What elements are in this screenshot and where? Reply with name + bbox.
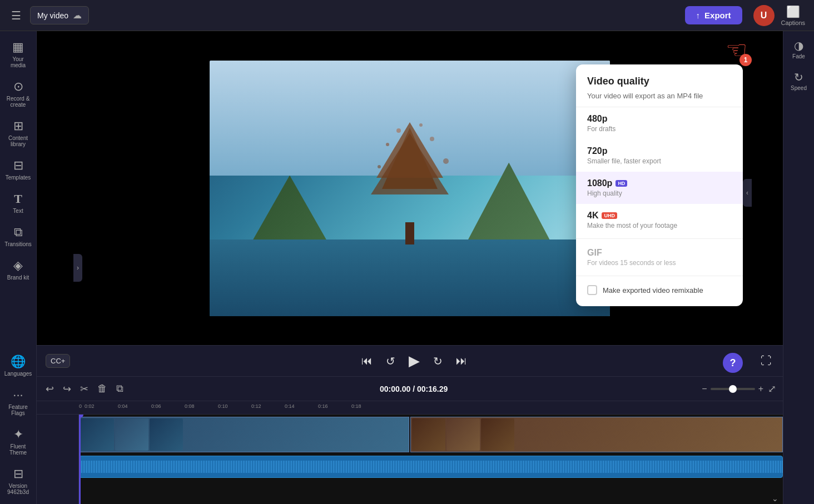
captions-label: Captions xyxy=(781,19,805,26)
zoom-out-button[interactable]: − xyxy=(702,384,707,394)
quality-popup-subtitle: Your video will export as an MP4 file xyxy=(576,92,743,107)
sidebar-label-feature-flags: Feature Flags xyxy=(4,404,32,416)
sidebar-item-brand-kit[interactable]: ◈ Brand kit xyxy=(2,254,34,285)
sidebar-item-version[interactable]: ⊟ Version 9462b3d xyxy=(2,462,34,500)
sidebar-label-text: Text xyxy=(13,208,23,214)
playback-left: CC+ xyxy=(46,354,70,368)
record-icon: ⊙ xyxy=(13,79,23,94)
right-panel-collapse-button[interactable]: ‹ xyxy=(743,179,752,207)
audio-clips xyxy=(79,456,783,478)
media-icon: ▦ xyxy=(12,40,24,54)
export-label: Export xyxy=(704,11,731,20)
redo-button[interactable]: ↪ xyxy=(61,381,73,397)
export-button[interactable]: ↑ Export xyxy=(685,6,742,24)
sidebar-item-feature-flags[interactable]: ··· Feature Flags xyxy=(2,383,34,421)
save-cloud-icon: ☁ xyxy=(73,10,82,21)
quality-option-480p[interactable]: 480p For drafts xyxy=(576,107,743,139)
timeline-bottom-chevron[interactable]: ⌄ xyxy=(772,494,778,503)
version-icon: ⊟ xyxy=(13,467,23,481)
quality-option-row-4k: 4K UHD xyxy=(587,211,732,221)
quality-option-1080p[interactable]: 1080p HD High quality xyxy=(576,172,743,204)
sidebar-item-record-create[interactable]: ⊙ Record & create xyxy=(2,75,34,112)
quality-option-720p[interactable]: 720p Smaller file, faster export xyxy=(576,139,743,172)
languages-icon: 🌐 xyxy=(11,355,26,369)
timeline-expand-button[interactable]: ⤢ xyxy=(768,383,776,395)
svg-marker-3 xyxy=(371,133,449,194)
rewind-button[interactable]: ↺ xyxy=(384,352,398,370)
remixable-label: Make exported video remixable xyxy=(603,286,703,295)
sidebar-label-record: Record & create xyxy=(4,96,32,108)
quality-name-720p: 720p xyxy=(587,146,732,156)
avatar[interactable]: U xyxy=(753,5,775,26)
skip-back-button[interactable]: ⏮ xyxy=(359,352,375,370)
quality-name-gif: GIF xyxy=(587,248,732,258)
fade-icon: ◑ xyxy=(794,39,803,52)
duplicate-button[interactable]: ⧉ xyxy=(114,381,126,397)
sidebar-item-content-library[interactable]: ⊞ Content library xyxy=(2,114,34,152)
timeline-toolbar: ↩ ↪ ✂ 🗑 ⧉ 00:00.00 / 00:16.29 − + ⤢ xyxy=(37,377,783,401)
menu-button[interactable]: ☰ xyxy=(9,7,23,24)
quality-option-4k[interactable]: 4K UHD Make the most of your footage xyxy=(576,204,743,236)
svg-point-5 xyxy=(430,137,434,141)
cc-button[interactable]: CC+ xyxy=(46,354,70,368)
skip-forward-button[interactable]: ⏭ xyxy=(454,352,469,370)
delete-button[interactable]: 🗑 xyxy=(95,381,110,397)
sidebar-label-your-media: Your media xyxy=(4,56,32,68)
quality-desc-720p: Smaller file, faster export xyxy=(587,157,732,165)
track-content xyxy=(79,415,783,504)
content-library-icon: ⊞ xyxy=(13,119,23,133)
undo-button[interactable]: ↩ xyxy=(43,381,56,397)
cut-button[interactable]: ✂ xyxy=(78,381,91,397)
quality-divider-2 xyxy=(576,276,743,276)
play-button[interactable]: ▶ xyxy=(406,350,422,372)
text-icon: T xyxy=(14,192,22,206)
video-clip-2[interactable] xyxy=(410,417,783,452)
right-panel: ◑ Fade ↻ Speed xyxy=(783,31,814,504)
audio-clip-1[interactable] xyxy=(79,456,783,478)
sidebar-item-templates[interactable]: ⊟ Templates xyxy=(2,154,34,185)
quality-footer: Make exported video remixable xyxy=(576,278,743,297)
quality-name-4k: 4K xyxy=(587,211,598,221)
captions-icon: ⬜ xyxy=(786,5,800,18)
export-arrow-icon: ↑ xyxy=(696,11,701,20)
timeline: ↩ ↪ ✂ 🗑 ⧉ 00:00.00 / 00:16.29 − + ⤢ xyxy=(37,376,783,504)
sidebar-item-languages[interactable]: 🌐 Languages xyxy=(2,350,34,381)
zoom-thumb xyxy=(729,385,737,393)
quality-popup-title: Video quality xyxy=(576,76,743,92)
help-button[interactable]: ? xyxy=(723,353,743,373)
quality-option-gif[interactable]: GIF For videos 15 seconds or less xyxy=(576,241,743,273)
zoom-in-button[interactable]: + xyxy=(758,384,763,394)
transitions-icon: ⧉ xyxy=(14,225,23,239)
zoom-slider[interactable] xyxy=(711,388,755,390)
feature-flags-icon: ··· xyxy=(13,388,23,402)
forward-button[interactable]: ↻ xyxy=(431,352,445,370)
sidebar-label-templates: Templates xyxy=(6,174,31,181)
fullscreen-button[interactable]: ⛶ xyxy=(758,352,774,370)
sidebar-item-fluent-theme[interactable]: ✦ Fluent Theme xyxy=(2,423,34,460)
quality-desc-gif: For videos 15 seconds or less xyxy=(587,259,732,267)
sidebar-item-your-media[interactable]: ▦ Your media xyxy=(2,36,34,73)
captions-button[interactable]: ⬜ Captions xyxy=(781,5,805,26)
sidebar-item-transitions[interactable]: ⧉ Transitions xyxy=(2,221,34,252)
svg-point-9 xyxy=(419,123,423,127)
video-clip-1[interactable] xyxy=(79,417,409,452)
brand-kit-icon: ◈ xyxy=(13,258,23,273)
sidebar-label-languages: Languages xyxy=(4,371,32,377)
video-title[interactable]: My video ☁ xyxy=(30,6,89,24)
svg-rect-0 xyxy=(405,222,414,244)
svg-point-4 xyxy=(386,143,389,146)
playback-controls: CC+ ⏮ ↺ ▶ ↻ ⏭ ⛶ xyxy=(37,345,783,376)
right-panel-fade[interactable]: ◑ Fade xyxy=(785,36,813,63)
sidebar-item-text[interactable]: T Text xyxy=(2,187,34,218)
cc-label: CC+ xyxy=(51,357,65,365)
quality-name-480p: 480p xyxy=(587,114,732,124)
quality-badge-uhd: UHD xyxy=(602,212,617,219)
editor-area: › xyxy=(37,31,783,504)
speed-label: Speed xyxy=(791,85,807,91)
remixable-checkbox[interactable] xyxy=(587,285,597,295)
sidebar-collapse-button[interactable]: › xyxy=(73,254,82,282)
svg-point-8 xyxy=(396,128,401,133)
speed-icon: ↻ xyxy=(794,71,803,84)
right-panel-speed[interactable]: ↻ Speed xyxy=(785,67,813,94)
zoom-controls: − + xyxy=(702,384,763,394)
